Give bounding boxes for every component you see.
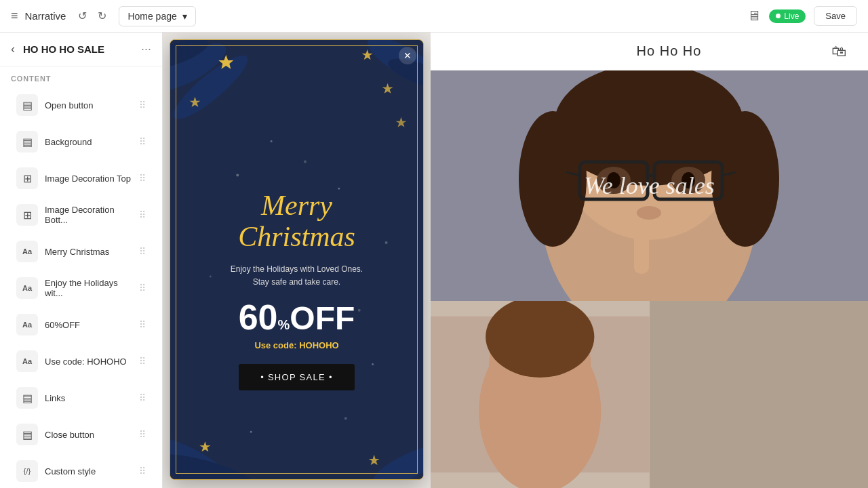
topbar-left: ≡ Narrative xyxy=(11,9,66,23)
drag-handle-1[interactable]: ⠿ xyxy=(139,136,146,147)
sidebar-item-background[interactable]: ▤ Background ⠿ xyxy=(5,124,157,159)
drag-handle-6[interactable]: ⠿ xyxy=(139,319,146,330)
sidebar-item-discount[interactable]: Aa 60%OFF ⠿ xyxy=(5,307,157,342)
popup-title-line2: Christmas xyxy=(238,221,355,252)
background-label: Background xyxy=(45,137,132,147)
sidebar-more-button[interactable]: ··· xyxy=(141,42,151,56)
cart-icon[interactable]: 🛍 xyxy=(831,43,846,60)
sidebar-item-merry-christmas[interactable]: Aa Merry Christmas ⠿ xyxy=(5,234,157,269)
popup-subtitle: Enjoy the Holidays with Loved Ones.Stay … xyxy=(231,263,363,289)
website-header-title: Ho Ho Ho xyxy=(637,43,702,59)
save-button[interactable]: Save xyxy=(814,6,857,26)
popup-modal: ✕ xyxy=(170,39,424,480)
popup-title: Merry Christmas xyxy=(238,190,355,252)
links-label: Links xyxy=(45,393,132,403)
sidebar-item-image-deco-bottom[interactable]: ⊞ Image Decoration Bott... ⠿ xyxy=(5,197,157,232)
enjoy-holidays-label: Enjoy the Holidays wit... xyxy=(45,278,132,298)
image-deco-top-label: Image Decoration Top xyxy=(45,174,132,184)
app-title: Narrative xyxy=(25,10,66,22)
merry-christmas-label: Merry Christmas xyxy=(45,247,132,257)
svg-point-43 xyxy=(637,206,661,220)
undo-button[interactable]: ↺ xyxy=(74,7,91,25)
svg-rect-44 xyxy=(634,233,649,274)
image-deco-bottom-label: Image Decoration Bott... xyxy=(45,205,132,225)
drag-handle-8[interactable]: ⠿ xyxy=(139,392,146,403)
close-button-label: Close button xyxy=(45,430,132,440)
sidebar-item-enjoy-holidays[interactable]: Aa Enjoy the Holidays wit... ⠿ xyxy=(5,270,157,306)
drag-handle-2[interactable]: ⠿ xyxy=(139,173,146,184)
drag-handle-5[interactable]: ⠿ xyxy=(139,283,146,293)
drag-handle-9[interactable]: ⠿ xyxy=(139,429,146,440)
nav-menu-icon[interactable]: ≡ xyxy=(11,9,18,23)
sidebar-section-content: CONTENT xyxy=(0,66,162,87)
undo-redo-group: ↺ ↻ xyxy=(74,7,111,25)
canvas-area: ✕ xyxy=(163,33,868,488)
main-layout: ‹ HO HO HO SALE ··· CONTENT ▤ Open butto… xyxy=(0,33,868,488)
drag-handle-10[interactable]: ⠿ xyxy=(139,466,146,476)
discount-icon: Aa xyxy=(16,314,38,336)
website-hero: We love sales xyxy=(431,70,868,301)
redo-button[interactable]: ↻ xyxy=(94,7,111,25)
custom-style-icon: {/} xyxy=(16,460,38,482)
open-button-icon: ▤ xyxy=(16,94,38,116)
sidebar-title: HO HO HO SALE xyxy=(23,43,141,55)
page-selector-label: Home page xyxy=(127,11,176,22)
website-header: Ho Ho Ho 🛍 xyxy=(431,33,868,70)
live-label: Live xyxy=(784,12,799,21)
website-bottom-section xyxy=(431,301,868,488)
live-badge: Live xyxy=(769,9,806,23)
popup-discount-number: 60 xyxy=(239,300,278,335)
website-bottom-left xyxy=(431,301,650,488)
drag-handle-0[interactable]: ⠿ xyxy=(139,100,146,110)
merry-christmas-icon: Aa xyxy=(16,241,38,262)
popup-close-button[interactable]: ✕ xyxy=(399,47,416,64)
monitor-icon[interactable]: 🖥 xyxy=(747,8,761,24)
sidebar-item-close-button[interactable]: ▤ Close button ⠿ xyxy=(5,417,157,452)
sidebar: ‹ HO HO HO SALE ··· CONTENT ▤ Open butto… xyxy=(0,33,163,488)
close-button-icon: ▤ xyxy=(16,424,38,445)
sidebar-item-use-code[interactable]: Aa Use code: HOHOHO ⠿ xyxy=(5,344,157,379)
topbar: ≡ Narrative ↺ ↻ Home page ▾ 🖥 Live Save xyxy=(0,0,868,33)
bottom-left-image xyxy=(431,301,650,488)
background-icon: ▤ xyxy=(16,131,38,152)
popup-code-text: Use code: xyxy=(254,340,299,350)
drag-handle-7[interactable]: ⠿ xyxy=(139,356,146,367)
svg-point-32 xyxy=(519,111,587,247)
sidebar-item-open-button[interactable]: ▤ Open button ⠿ xyxy=(5,87,157,123)
page-selector[interactable]: Home page ▾ xyxy=(119,6,195,26)
website-hero-text: We love sales xyxy=(584,171,715,200)
custom-style-label: Custom style xyxy=(45,466,132,476)
image-deco-top-icon: ⊞ xyxy=(16,167,38,189)
popup-cta-button[interactable]: • SHOP SALE • xyxy=(239,364,355,390)
use-code-label: Use code: HOHOHO xyxy=(45,357,132,367)
website-preview: Ho Ho Ho 🛍 xyxy=(431,33,868,488)
popup-title-line1: Merry xyxy=(261,190,332,221)
open-button-label: Open button xyxy=(45,100,132,110)
page-selector-arrow: ▾ xyxy=(182,11,187,22)
popup-code-line: Use code: HOHOHO xyxy=(254,340,338,350)
links-icon: ▤ xyxy=(16,387,38,409)
drag-handle-3[interactable]: ⠿ xyxy=(139,209,146,220)
sidebar-header: ‹ HO HO HO SALE ··· xyxy=(0,33,162,66)
popup-content: Merry Christmas Enjoy the Holidays with … xyxy=(170,40,423,479)
popup-off-text: OFF xyxy=(290,302,355,335)
use-code-icon: Aa xyxy=(16,350,38,372)
popup-discount: 60%OFF xyxy=(239,300,355,335)
live-dot xyxy=(776,14,781,18)
drag-handle-4[interactable]: ⠿ xyxy=(139,246,146,257)
sidebar-item-custom-style[interactable]: {/} Custom style ⠿ xyxy=(5,453,157,488)
discount-label: 60%OFF xyxy=(45,320,132,330)
sidebar-item-links[interactable]: ▤ Links ⠿ xyxy=(5,380,157,415)
sidebar-back-button[interactable]: ‹ xyxy=(11,42,15,56)
website-bottom-right xyxy=(650,301,869,488)
image-deco-bottom-icon: ⊞ xyxy=(16,204,38,226)
popup-code-value: HOHOHO xyxy=(299,340,339,350)
enjoy-holidays-icon: Aa xyxy=(16,277,38,299)
popup-percent-sign: % xyxy=(278,318,290,331)
topbar-right: 🖥 Live Save xyxy=(747,6,857,26)
sidebar-item-image-deco-top[interactable]: ⊞ Image Decoration Top ⠿ xyxy=(5,161,157,196)
